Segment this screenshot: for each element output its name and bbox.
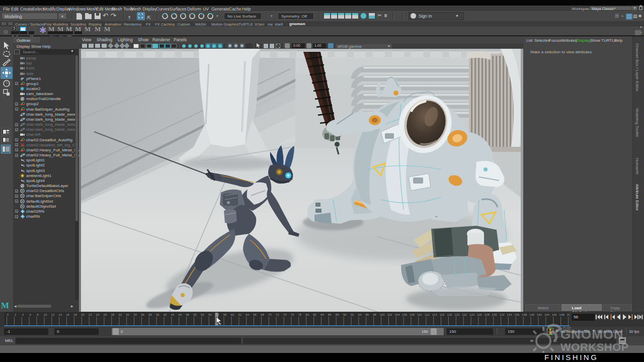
svg-text:144: 144 — [544, 313, 550, 316]
svg-text:96: 96 — [365, 313, 369, 316]
svg-text:68: 68 — [261, 313, 264, 316]
svg-text:66: 66 — [253, 313, 257, 316]
svg-text:142: 142 — [537, 313, 542, 316]
svg-text:130: 130 — [492, 313, 498, 316]
svg-text:86: 86 — [328, 313, 332, 316]
svg-text:8: 8 — [37, 313, 39, 316]
svg-text:12: 12 — [51, 313, 54, 316]
svg-text:118: 118 — [447, 313, 452, 316]
svg-text:62: 62 — [238, 313, 242, 316]
svg-text:90: 90 — [343, 313, 347, 316]
svg-text:34: 34 — [133, 313, 137, 316]
svg-text:80: 80 — [305, 313, 309, 316]
svg-text:150: 150 — [567, 313, 570, 316]
svg-text:122: 122 — [462, 313, 467, 316]
svg-text:136: 136 — [514, 313, 520, 316]
svg-text:44: 44 — [171, 313, 175, 316]
svg-text:46: 46 — [178, 313, 182, 316]
svg-text:124: 124 — [469, 313, 475, 316]
svg-text:72: 72 — [276, 313, 279, 316]
svg-text:134: 134 — [507, 313, 512, 316]
svg-text:10: 10 — [44, 313, 47, 316]
svg-text:98: 98 — [373, 313, 376, 316]
svg-text:0: 0 — [7, 313, 9, 316]
svg-text:70: 70 — [268, 313, 272, 316]
svg-text:128: 128 — [485, 313, 490, 316]
svg-text:GNOMON: GNOMON — [560, 327, 624, 342]
svg-text:92: 92 — [351, 313, 354, 316]
svg-text:52: 52 — [201, 313, 204, 316]
svg-text:120: 120 — [454, 313, 460, 316]
svg-text:32: 32 — [126, 313, 129, 316]
svg-text:58: 58 — [223, 313, 227, 316]
svg-text:40: 40 — [156, 313, 159, 316]
svg-text:114: 114 — [432, 313, 437, 316]
svg-text:60: 60 — [231, 313, 234, 316]
svg-text:102: 102 — [387, 313, 392, 316]
svg-text:42: 42 — [164, 313, 167, 316]
svg-text:74: 74 — [283, 313, 287, 316]
svg-text:WORKSHOP: WORKSHOP — [560, 341, 629, 353]
svg-text:112: 112 — [425, 313, 430, 316]
svg-text:48: 48 — [186, 313, 189, 316]
svg-text:50: 50 — [193, 313, 197, 316]
svg-text:6: 6 — [29, 313, 31, 316]
svg-text:140: 140 — [529, 313, 535, 316]
svg-text:64: 64 — [246, 313, 249, 316]
svg-text:84: 84 — [320, 313, 324, 316]
svg-text:146: 146 — [552, 313, 557, 316]
svg-text:100: 100 — [379, 313, 385, 316]
svg-text:78: 78 — [298, 313, 301, 316]
svg-text:18: 18 — [73, 313, 77, 316]
svg-text:108: 108 — [410, 313, 415, 316]
svg-text:132: 132 — [500, 313, 505, 316]
svg-text:22: 22 — [89, 313, 92, 316]
svg-text:104: 104 — [394, 313, 400, 316]
svg-text:14: 14 — [58, 313, 62, 316]
svg-text:126: 126 — [477, 313, 482, 316]
svg-text:106: 106 — [402, 313, 408, 316]
svg-text:88: 88 — [336, 313, 339, 316]
svg-text:26: 26 — [104, 313, 107, 316]
svg-text:82: 82 — [313, 313, 316, 316]
svg-text:2: 2 — [15, 313, 17, 316]
svg-text:20: 20 — [81, 313, 85, 316]
svg-text:116: 116 — [440, 313, 445, 316]
svg-text:110: 110 — [417, 313, 422, 316]
svg-text:16: 16 — [66, 313, 69, 316]
svg-text:138: 138 — [522, 313, 527, 316]
svg-text:24: 24 — [96, 313, 100, 316]
svg-text:94: 94 — [358, 313, 362, 316]
svg-text:36: 36 — [141, 313, 144, 316]
svg-text:28: 28 — [111, 313, 114, 316]
svg-text:54: 54 — [208, 313, 212, 316]
svg-text:76: 76 — [291, 313, 294, 316]
svg-text:148: 148 — [559, 313, 565, 316]
svg-text:38: 38 — [148, 313, 152, 316]
svg-text:30: 30 — [118, 313, 122, 316]
svg-text:4: 4 — [22, 313, 24, 316]
